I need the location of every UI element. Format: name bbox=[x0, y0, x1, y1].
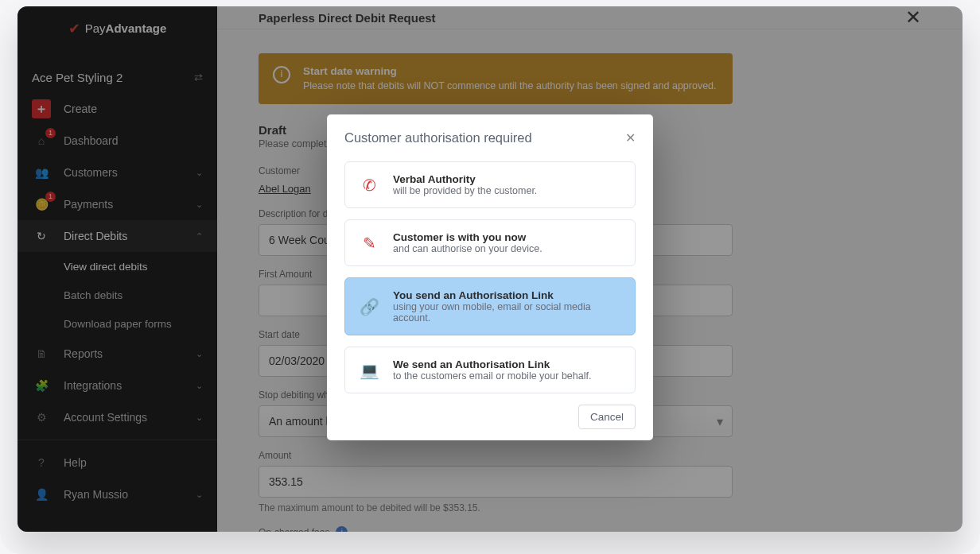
option-you-send-link[interactable]: 🔗 You send an Authorisation Linkusing yo… bbox=[344, 277, 636, 335]
option-customer-now[interactable]: ✎ Customer is with you nowand can author… bbox=[344, 219, 636, 266]
cancel-button[interactable]: Cancel bbox=[578, 405, 636, 429]
sign-icon: ✎ bbox=[358, 232, 380, 254]
modal-title: Customer authorisation required bbox=[344, 130, 532, 145]
share-icon: 🔗 bbox=[358, 296, 380, 318]
modal-overlay[interactable]: Customer authorisation required ✕ ✆ Verb… bbox=[18, 6, 962, 532]
app-window: ✔ PayAdvantage Ace Pet Styling 2 ⇄ ＋ Cre… bbox=[18, 6, 962, 532]
modal-close-icon[interactable]: ✕ bbox=[625, 130, 636, 145]
device-frame: ✔ PayAdvantage Ace Pet Styling 2 ⇄ ＋ Cre… bbox=[0, 0, 980, 554]
phone-icon: ✆ bbox=[358, 174, 380, 196]
device-icon: 💻 bbox=[358, 359, 380, 382]
option-verbal-authority[interactable]: ✆ Verbal Authoritywill be provided by th… bbox=[344, 161, 636, 208]
authorisation-modal: Customer authorisation required ✕ ✆ Verb… bbox=[327, 114, 653, 440]
option-we-send-link[interactable]: 💻 We send an Authorisation Linkto the cu… bbox=[344, 347, 636, 393]
